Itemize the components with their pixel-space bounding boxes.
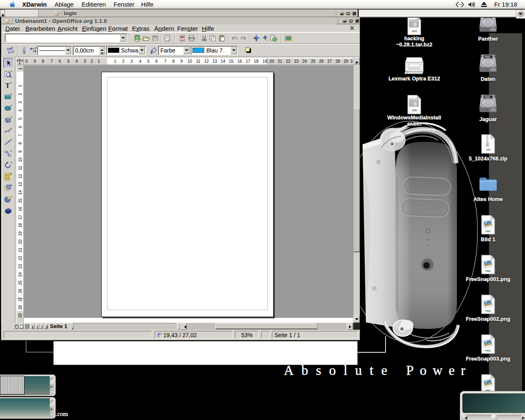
svg-text:PNG: PNG [485, 310, 491, 312]
svg-text:.BZ2: .BZ2 [411, 30, 417, 32]
svg-text:T: T [5, 82, 10, 89]
svg-text:.ZIP: .ZIP [486, 148, 490, 151]
svg-text:PDF: PDF [486, 230, 491, 233]
svg-text:.BIN: .BIN [412, 109, 417, 112]
svg-text:PNG: PNG [485, 270, 491, 272]
svg-text:PNG: PNG [485, 349, 491, 352]
